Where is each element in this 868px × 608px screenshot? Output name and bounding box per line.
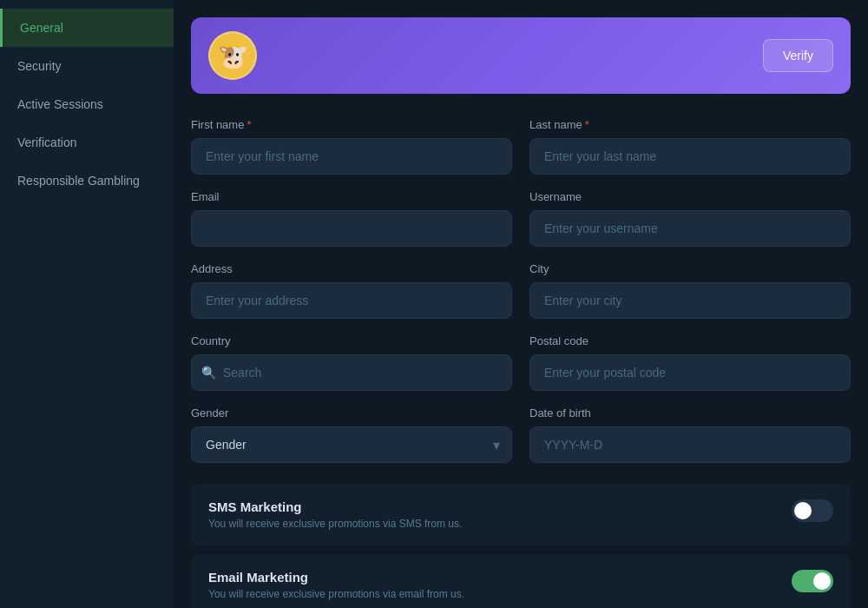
search-icon: 🔍 [201, 366, 216, 380]
username-group: Username [529, 190, 851, 247]
sms-marketing-description: You will receive exclusive promotions vi… [208, 518, 462, 530]
first-name-label: First name* [191, 118, 512, 131]
sms-marketing-item: SMS Marketing You will receive exclusive… [191, 484, 851, 545]
city-input[interactable] [529, 282, 851, 319]
profile-form: First name* Last name* Email Username [191, 118, 851, 463]
sms-marketing-title: SMS Marketing [208, 499, 462, 514]
country-label: Country [191, 334, 512, 347]
marketing-section: SMS Marketing You will receive exclusive… [191, 484, 851, 608]
email-group: Email [191, 190, 512, 247]
email-marketing-item: Email Marketing You will receive exclusi… [191, 554, 851, 608]
email-label: Email [191, 190, 512, 203]
email-marketing-description: You will receive exclusive promotions vi… [208, 588, 464, 600]
email-marketing-toggle[interactable] [792, 570, 833, 592]
last-name-input[interactable] [529, 138, 851, 175]
address-input[interactable] [191, 282, 512, 319]
main-content: 🐮 Verify First name* Last name* Email [174, 0, 868, 608]
profile-banner: 🐮 Verify [191, 17, 851, 94]
postal-code-label: Postal code [529, 334, 851, 347]
sms-marketing-toggle[interactable] [792, 499, 833, 522]
gender-select[interactable]: Gender Male Female Other [191, 426, 512, 463]
dob-input[interactable] [529, 426, 851, 463]
sidebar-item-responsible-gambling[interactable]: Responsible Gambling [0, 162, 174, 200]
verify-button[interactable]: Verify [763, 39, 833, 72]
country-search-wrapper: 🔍 [191, 354, 512, 391]
sms-marketing-text: SMS Marketing You will receive exclusive… [208, 499, 462, 530]
username-input[interactable] [529, 210, 851, 247]
postal-code-input[interactable] [529, 354, 851, 391]
first-name-input[interactable] [191, 138, 512, 175]
dob-group: Date of birth [529, 406, 851, 463]
last-name-label: Last name* [529, 118, 851, 131]
email-input[interactable] [191, 210, 512, 247]
username-label: Username [529, 190, 851, 203]
email-toggle-slider [792, 570, 833, 592]
first-name-group: First name* [191, 118, 512, 175]
gender-label: Gender [191, 406, 512, 420]
email-marketing-title: Email Marketing [208, 570, 464, 585]
sidebar-item-general[interactable]: General [0, 9, 174, 47]
country-group: Country 🔍 [191, 334, 512, 391]
postal-code-group: Postal code [529, 334, 851, 391]
sms-toggle-slider [792, 499, 833, 522]
avatar: 🐮 [208, 31, 257, 80]
profile-banner-left: 🐮 [208, 31, 257, 80]
dob-label: Date of birth [529, 406, 851, 420]
sidebar-item-verification[interactable]: Verification [0, 123, 174, 162]
sidebar: General Security Active Sessions Verific… [0, 0, 174, 608]
gender-select-wrapper: Gender Male Female Other ▾ [191, 426, 512, 463]
address-label: Address [191, 262, 512, 275]
sidebar-item-active-sessions[interactable]: Active Sessions [0, 85, 174, 123]
country-search-input[interactable] [191, 354, 512, 391]
city-label: City [529, 262, 851, 275]
address-group: Address [191, 262, 512, 319]
sidebar-item-security[interactable]: Security [0, 47, 174, 85]
email-marketing-text: Email Marketing You will receive exclusi… [208, 570, 464, 600]
city-group: City [529, 262, 851, 319]
gender-group: Gender Gender Male Female Other ▾ [191, 406, 512, 463]
last-name-group: Last name* [529, 118, 851, 175]
